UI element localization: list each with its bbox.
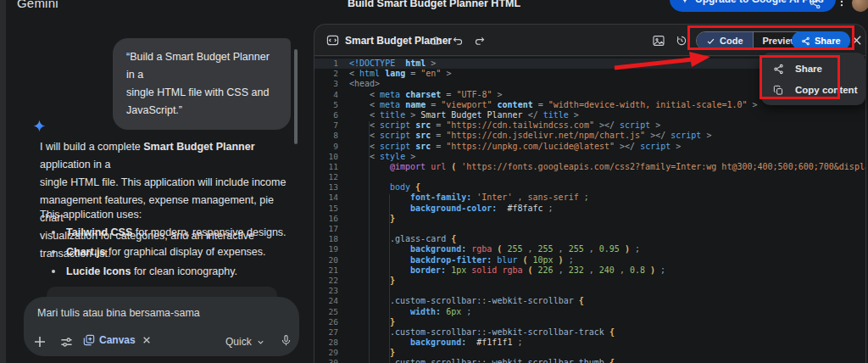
- chat-scrollbar[interactable]: [294, 49, 298, 144]
- canvas-share-label: Share: [815, 36, 841, 46]
- line-number: 11: [314, 162, 338, 172]
- code-line[interactable]: 14font-family: 'Inter' , sans-serif ;: [314, 193, 865, 203]
- redo-icon[interactable]: [473, 35, 486, 47]
- prompt-input[interactable]: [37, 307, 258, 319]
- tab-code[interactable]: Code: [697, 32, 753, 49]
- list-item: Tailwind CSS for modern, responsive desi…: [40, 227, 294, 238]
- gemini-sparkle-icon: [32, 119, 47, 133]
- code-line[interactable]: 9< script src = "https://unpkg.com/lucid…: [314, 142, 865, 152]
- remove-canvas-icon[interactable]: [142, 336, 151, 344]
- code-line[interactable]: 26}: [314, 317, 865, 327]
- close-canvas-icon[interactable]: [851, 35, 862, 46]
- line-number: 1: [314, 59, 338, 69]
- spark-icon: [680, 0, 690, 4]
- model-picker[interactable]: Quick: [225, 336, 265, 348]
- menu-item-label: Share: [795, 64, 822, 74]
- code-line[interactable]: 7< script src = "https://cdn.tailwindcss…: [314, 120, 865, 131]
- line-number: 2: [314, 69, 338, 79]
- line-number: 4: [314, 90, 338, 100]
- code-line[interactable]: 13body {: [314, 182, 865, 193]
- code-line[interactable]: 28background: #f1f1f1 ;: [314, 338, 865, 348]
- microphone-icon[interactable]: [280, 334, 292, 347]
- bullet-bold-text: Chart.js: [66, 246, 106, 258]
- bullet-text: for graphical display of expenses.: [106, 246, 266, 258]
- line-number: 9: [314, 142, 338, 152]
- line-number: 30: [314, 358, 338, 363]
- code-line[interactable]: 16}: [314, 214, 865, 224]
- canvas-icon: [83, 334, 95, 346]
- uses-heading: This application uses:: [40, 209, 142, 221]
- cloud-save-icon[interactable]: [429, 34, 442, 47]
- list-item: Chart.js for graphical display of expens…: [40, 247, 294, 258]
- code-line[interactable]: 17: [314, 224, 865, 234]
- share-icon: [773, 64, 784, 75]
- line-number: 27: [314, 327, 338, 338]
- line-number: 10: [314, 152, 338, 162]
- code-line[interactable]: 29}: [314, 348, 865, 358]
- code-line[interactable]: 11@import url ( 'https://fonts.googleapi…: [314, 162, 865, 172]
- code-line[interactable]: 6< title > Smart Budget Planner </ title…: [314, 110, 865, 120]
- line-number: 26: [314, 317, 338, 327]
- menu-item-share[interactable]: Share: [761, 58, 865, 80]
- code-line[interactable]: 25width: 6px ;: [314, 307, 865, 317]
- line-number: 22: [314, 276, 338, 286]
- line-number: 23: [314, 286, 338, 296]
- history-icon[interactable]: [675, 34, 688, 47]
- line-number: 15: [314, 204, 338, 214]
- image-icon[interactable]: [652, 34, 665, 47]
- code-line[interactable]: 21border: 1px solid rgba ( 226 , 232 , 2…: [314, 265, 865, 276]
- add-attachment-icon[interactable]: [33, 335, 47, 349]
- bullet-text: for modern, responsive designs.: [132, 226, 286, 238]
- share-icon: [801, 36, 810, 46]
- bullet-dot: [52, 250, 55, 254]
- line-number: 8: [314, 131, 338, 141]
- account-avatar[interactable]: [852, 0, 868, 12]
- code-line[interactable]: 20backdrop-filter: blur ( 10px ) ;: [314, 255, 865, 265]
- gemini-logo[interactable]: Gemini: [17, 0, 58, 10]
- undo-icon[interactable]: [452, 35, 465, 47]
- share-conversation-icon[interactable]: [809, 0, 821, 9]
- upgrade-label: Upgrade to Google AI Plus: [695, 0, 824, 5]
- code-line[interactable]: 19background: rgba ( 255 , 255 , 255 , 0…: [314, 244, 865, 254]
- line-number: 20: [314, 255, 338, 265]
- line-number: 21: [314, 265, 338, 276]
- line-number: 7: [314, 120, 338, 131]
- code-line[interactable]: 18.glass-card {: [314, 234, 865, 244]
- indent-guide: [389, 194, 390, 363]
- sidebar-strip[interactable]: [0, 0, 6, 363]
- code-line[interactable]: 12: [314, 172, 865, 182]
- conversation-title: Build Smart Budget Planner HTML: [348, 0, 520, 9]
- code-line[interactable]: 22}: [314, 276, 865, 286]
- chevron-down-icon: [256, 338, 265, 347]
- line-number: 6: [314, 110, 338, 120]
- canvas-chip-label: Canvas: [99, 334, 136, 346]
- code-line[interactable]: 15background-color: #f8fafc ;: [314, 204, 865, 214]
- line-number: 14: [314, 193, 338, 203]
- code-line[interactable]: 27.custom-scrollbar::-webkit-scrollbar-t…: [314, 327, 865, 338]
- line-number: 16: [314, 214, 338, 224]
- bullet-dot: [52, 231, 55, 234]
- code-line[interactable]: 10< style >: [314, 152, 865, 162]
- line-number: 25: [314, 307, 338, 317]
- tab-code-label: Code: [720, 36, 743, 46]
- tools-icon[interactable]: [60, 336, 73, 349]
- more-options-icon[interactable]: [836, 0, 848, 8]
- line-number: 24: [314, 296, 338, 306]
- indent-guide: [369, 121, 370, 363]
- check-icon: [706, 36, 715, 46]
- code-line[interactable]: 23: [314, 286, 865, 296]
- code-line[interactable]: 24.custom-scrollbar::-webkit-scrollbar {: [314, 296, 865, 306]
- canvas-chip[interactable]: Canvas: [83, 334, 151, 346]
- menu-item-copy-content[interactable]: Copy content: [761, 79, 865, 101]
- canvas-toolbar: Smart Budget Planner Code Preview: [314, 25, 865, 56]
- line-number: 17: [314, 224, 338, 234]
- line-number: 5: [314, 100, 338, 110]
- line-number: 28: [314, 338, 338, 348]
- menu-item-label: Copy content: [795, 85, 857, 95]
- code-line[interactable]: 8< script src = "https://cdn.jsdelivr.ne…: [314, 131, 865, 141]
- line-number: 12: [314, 172, 338, 182]
- bullet-bold-text: Lucide Icons: [66, 265, 131, 277]
- canvas-share-button[interactable]: Share: [792, 31, 850, 50]
- code-line[interactable]: 30.custom-scrollbar::-webkit-scrollbar-t…: [314, 358, 865, 363]
- model-picker-label: Quick: [225, 336, 252, 348]
